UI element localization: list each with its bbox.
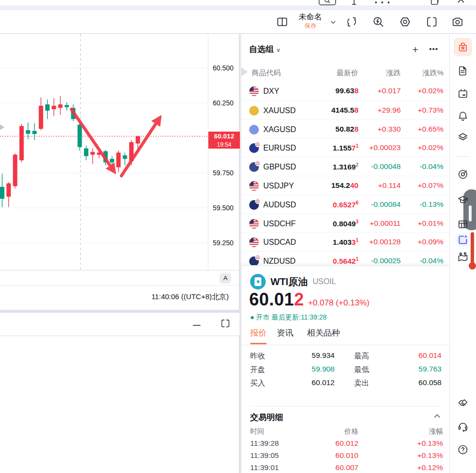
radar-icon[interactable] [457,169,469,180]
stat-row: 开盘 59.908 最低 59.763 [241,365,449,378]
stat-label: 开盘 [250,365,265,375]
help-icon[interactable] [457,444,469,456]
last-price-cell: 0.56421 [333,256,358,265]
thermometer-slider[interactable] [471,232,474,265]
watchlist-row-xagusd[interactable]: XAGUSD 50.828 +0.330 +0.65% [241,119,449,138]
table-icon[interactable] [457,219,469,230]
watchlist-row-xauusd[interactable]: XAUUSD 4145.58 +29.96 +0.73% [241,101,449,119]
candlestick-chart[interactable] [0,34,208,270]
price-axis-label: 59.750 [213,169,234,177]
replay-icon[interactable] [345,16,358,28]
support-headset-icon[interactable] [457,421,469,432]
last-price-cell: 1.31692 [333,162,358,171]
chevron-down-icon[interactable] [329,18,342,31]
symbol-cell: DXY [249,86,279,97]
stat-row: 买入 60.012 卖出 60.058 [241,378,449,392]
col-last-price[interactable]: 最新价 [337,68,358,78]
window-zoom-icon[interactable] [319,0,336,5]
flag-badge [255,219,259,223]
layout-title[interactable]: 未命名 保存 [293,12,327,30]
symbol-cell: USDJPY [249,181,294,191]
symbol-change: +0.078 (+0.13%) [308,298,370,308]
layers-icon[interactable] [457,131,469,143]
watchlist-rows: DXY 99.638 +0.017 +0.02% XAUUSD 4145.58 … [241,82,449,265]
watchlist-row-usdjpy[interactable]: USDJPY 154.240 +0.114 +0.07% [241,176,449,195]
last-price-cell: 1.40331 [333,237,358,247]
change-cell: +0.00128 [369,237,401,246]
change-cell: -0.00048 [371,162,401,171]
window-more-icon[interactable] [373,0,391,5]
expand-panel-icon[interactable] [220,318,231,329]
stat-value: 60.012 [312,378,335,387]
calendar-icon[interactable] [457,88,469,100]
camera-icon[interactable] [451,16,464,28]
fullscreen-icon[interactable] [425,16,438,28]
drag-marker-icon [241,68,248,76]
watchlist-row-nzdusd[interactable]: NZDUSD 0.56421 -0.00025 -0.04% [241,251,449,265]
ai-assistant-icon[interactable] [457,234,469,246]
map-pins-icon[interactable] [457,252,469,263]
stat-value: 60.058 [419,378,442,387]
price-axis-label: 59.250 [213,239,234,247]
trade-row: 11:39:05 60.010 +0.13% [241,451,449,463]
symbol-label: USDJPY [263,182,294,190]
quote-panel: 自选组 ∨ ＋ ••• 商品代码 最新价 涨跌 涨跌% DXY 99.638 +… [241,34,449,473]
watchlist-group-selector[interactable]: 自选组 ∨ [249,45,281,54]
watchlist-row-usdcad[interactable]: USDCAD 1.40331 +0.00128 +0.09% [241,232,449,251]
change-pct-cell: +0.01% [418,219,443,228]
bar-countdown-tag: 19:54 [208,141,240,149]
flag-badge [255,181,259,185]
col-symbol[interactable]: 商品代码 [252,68,281,78]
symbol-flag-icon [249,237,259,247]
price-axis-label: 59.500 [213,204,234,212]
trade-time: 11:39:05 [250,451,279,460]
change-cell: +0.330 [377,125,401,134]
watchlist-row-usdchf[interactable]: USDCHF 0.80493 +0.00011 +0.01% [241,214,449,233]
symbol-price: 60.012 [249,289,304,310]
tab-quotes[interactable]: 报价 [250,327,267,338]
chart-area[interactable]: 60.012 19:54 60.50060.25059.75059.50059.… [0,34,239,270]
add-symbol-button[interactable]: ＋ [409,44,421,55]
watchlist-more-button[interactable]: ••• [428,44,440,55]
stat-label: 最高 [354,351,369,361]
price-axis[interactable]: 60.012 19:54 60.50060.25059.75059.50059.… [208,34,239,270]
symbol-cell: GBPUSD [249,162,296,172]
time-axis[interactable]: A [0,270,239,286]
stat-value: 59.763 [419,365,442,373]
news-icon[interactable] [457,65,469,77]
layout-split-icon[interactable] [276,16,289,28]
trade-time: 11:39:01 [250,463,279,472]
app-root: 未命名 保存 60.012 19:54 60.50060.25059.7 [0,0,476,473]
col-change[interactable]: 涨跌 [386,68,401,78]
education-cap-icon[interactable] [457,194,469,206]
symbol-flag-icon [249,200,259,210]
tab-related[interactable]: 相关品种 [307,327,340,338]
minimize-panel-icon[interactable] [191,318,202,329]
change-pct-cell: +0.09% [418,237,443,246]
col-change-pct[interactable]: 涨跌% [423,68,443,78]
watchlist-icon[interactable] [457,41,469,53]
symbol-cell: USDCHF [249,219,296,229]
flash-search-icon[interactable] [372,16,385,28]
window-close-icon[interactable] [457,0,465,5]
watchlist-row-audusd[interactable]: AUDUSD 0.65276 -0.00084 -0.13% [241,195,449,214]
change-cell: +29.96 [377,106,401,115]
auto-scale-badge[interactable]: A [220,273,231,284]
alerts-bell-icon[interactable] [457,110,469,122]
last-price-cell: 0.80493 [333,219,358,228]
watchlist-row-eurusd[interactable]: EURUSD 1.15571 +0.00023 +0.02% [241,138,449,157]
handshake-icon[interactable] [457,397,469,409]
symbol-head[interactable]: WTI原油 USOIL [250,273,336,290]
partial-bottom-icon[interactable] [457,466,469,473]
change-cell: +0.017 [377,86,401,95]
settings-hexagon-icon[interactable] [399,16,411,28]
watchlist-row-gbpusd[interactable]: GBPUSD 1.31692 -0.00048 -0.04% [241,157,449,176]
window-restore-icon[interactable] [430,0,439,5]
tab-news[interactable]: 资讯 [277,327,293,338]
save-button[interactable]: 保存 [293,22,327,30]
exchange-clock[interactable]: 11:40:06 ((UTC+8)北京) [152,292,229,302]
window-pin-icon[interactable] [351,0,357,5]
col-price: 价格 [344,427,358,436]
watchlist-row-dxy[interactable]: DXY 99.638 +0.017 +0.02% [241,82,449,101]
collapse-chevron-icon[interactable] [433,412,442,421]
